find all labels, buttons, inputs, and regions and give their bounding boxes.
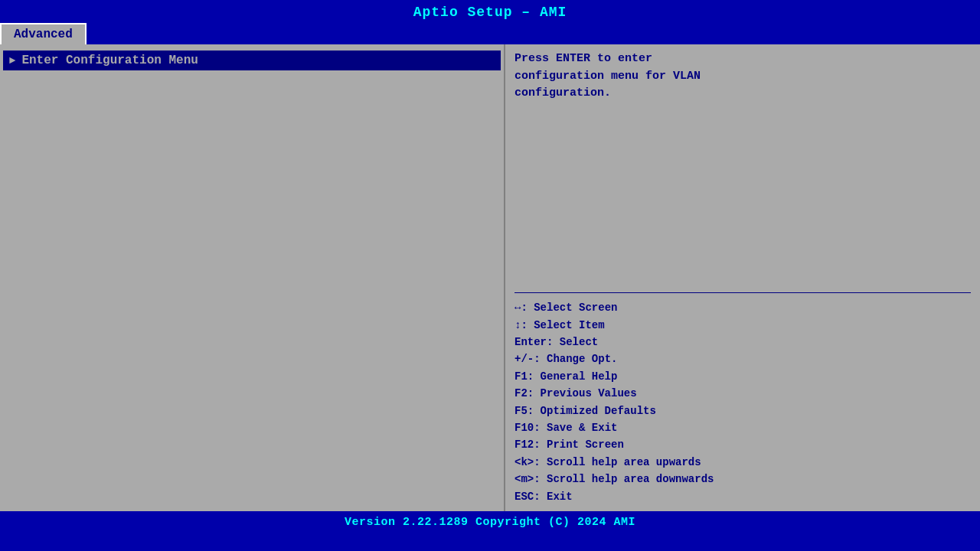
key-action: Previous Values bbox=[541, 387, 637, 399]
menu-item-label: Enter Configuration Menu bbox=[21, 54, 198, 67]
key-label: F1: bbox=[514, 370, 541, 383]
key-label: F5: bbox=[514, 405, 541, 417]
key-label: F2: bbox=[514, 387, 541, 399]
key-label: <k>: bbox=[514, 456, 547, 468]
right-panel: Press ENTER to enterconfiguration menu f… bbox=[505, 44, 980, 511]
key-label: <m>: bbox=[514, 473, 547, 485]
tab-bar: Advanced bbox=[0, 20, 980, 44]
key-help-row: ESC: Exit bbox=[514, 488, 971, 505]
submenu-arrow-icon: ► bbox=[9, 54, 15, 67]
key-action: Scroll help area downwards bbox=[547, 473, 714, 485]
key-action: Select Screen bbox=[534, 302, 617, 314]
key-label: F12: bbox=[514, 439, 547, 451]
key-label: ↕: bbox=[514, 319, 534, 331]
key-label: ↔: bbox=[514, 302, 534, 314]
version-text: Version 2.22.1289 Copyright (C) 2024 AMI bbox=[345, 516, 635, 529]
key-help-row: F1: General Help bbox=[514, 368, 971, 385]
key-help: ↔: Select Screen ↕: Select Item Enter: S… bbox=[514, 299, 971, 505]
key-help-row: F5: Optimized Defaults bbox=[514, 403, 971, 419]
app-title: Aptio Setup – AMI bbox=[413, 5, 567, 20]
key-action: Exit bbox=[547, 491, 573, 503]
key-label: +/-: bbox=[514, 353, 547, 365]
key-action: General Help bbox=[541, 370, 618, 383]
left-panel: ► Enter Configuration Menu bbox=[0, 44, 505, 511]
key-label: F10: bbox=[514, 422, 547, 434]
key-help-row: <k>: Scroll help area upwards bbox=[514, 454, 971, 471]
key-action: Select Item bbox=[534, 319, 604, 331]
status-bar: Version 2.22.1289 Copyright (C) 2024 AMI bbox=[0, 511, 980, 534]
key-help-row: <m>: Scroll help area downwards bbox=[514, 471, 971, 487]
title-bar: Aptio Setup – AMI bbox=[0, 0, 980, 20]
main-area: ► Enter Configuration Menu Press ENTER t… bbox=[0, 44, 980, 511]
key-action: Scroll help area upwards bbox=[547, 456, 701, 468]
key-help-row: +/-: Change Opt. bbox=[514, 350, 971, 367]
key-help-row: F12: Print Screen bbox=[514, 436, 971, 453]
key-action: Change Opt. bbox=[547, 353, 617, 365]
key-help-row: ↕: Select Item bbox=[514, 317, 971, 334]
key-help-row: F10: Save & Exit bbox=[514, 419, 971, 436]
key-action: Select bbox=[560, 336, 598, 348]
tab-advanced[interactable]: Advanced bbox=[0, 23, 87, 44]
key-help-row: Enter: Select bbox=[514, 334, 971, 350]
key-action: Print Screen bbox=[547, 439, 624, 451]
key-help-row: ↔: Select Screen bbox=[514, 299, 971, 316]
key-action: Save & Exit bbox=[547, 422, 617, 434]
key-help-row: F2: Previous Values bbox=[514, 385, 971, 402]
key-label: Enter: bbox=[514, 336, 560, 348]
key-label: ESC: bbox=[514, 491, 547, 503]
help-text: Press ENTER to enterconfiguration menu f… bbox=[514, 51, 971, 286]
divider bbox=[514, 292, 971, 293]
key-action: Optimized Defaults bbox=[541, 405, 656, 417]
menu-item-enter-config[interactable]: ► Enter Configuration Menu bbox=[3, 51, 501, 70]
